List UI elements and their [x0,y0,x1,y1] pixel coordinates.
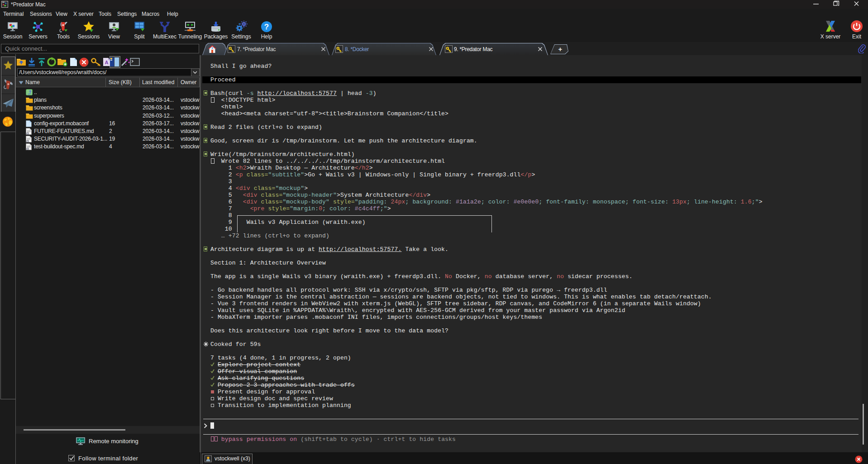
svg-text:A: A [105,60,109,65]
svg-text:?: ? [264,23,269,31]
